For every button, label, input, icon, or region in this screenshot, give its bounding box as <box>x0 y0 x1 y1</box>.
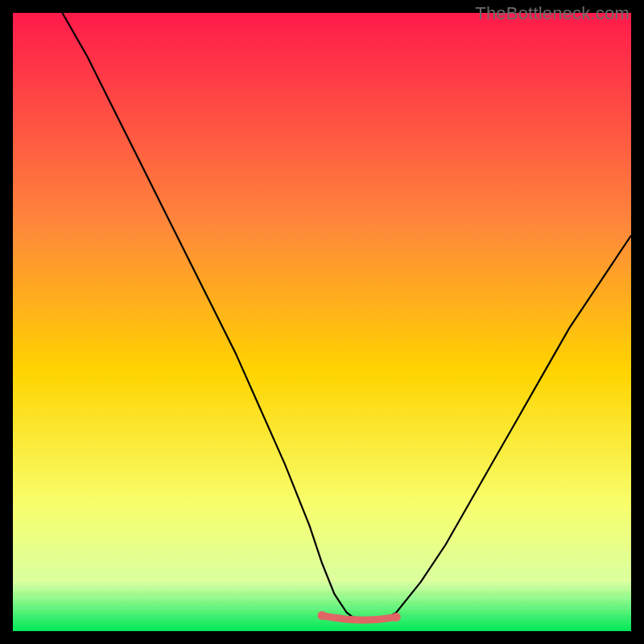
svg-rect-0 <box>13 576 631 581</box>
watermark-text: TheBottleneck.com <box>475 3 630 24</box>
optimal-range-end-dot <box>392 613 401 621</box>
gradient-background <box>13 13 631 631</box>
chart-canvas <box>13 13 631 631</box>
svg-rect-1 <box>13 586 631 591</box>
svg-rect-2 <box>13 596 631 601</box>
svg-rect-3 <box>13 605 631 610</box>
optimal-range-start-dot <box>318 611 327 620</box>
chart-frame <box>13 13 631 631</box>
